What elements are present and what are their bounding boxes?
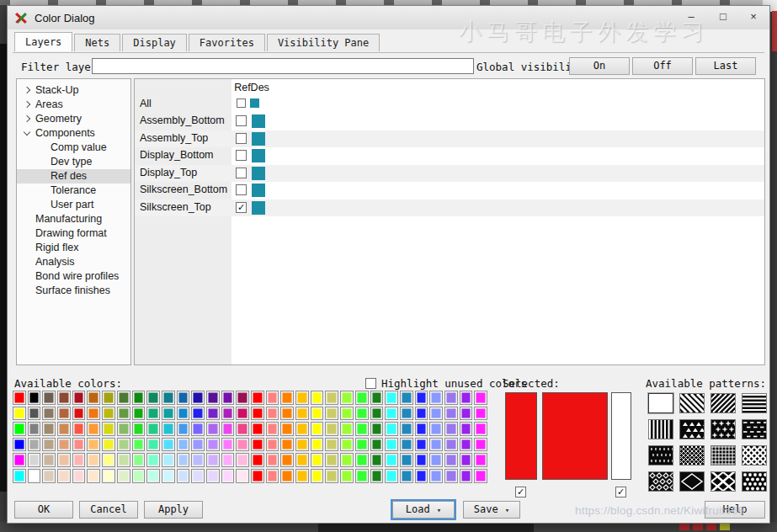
palette-swatch[interactable] — [221, 407, 235, 421]
pattern-tile-diagonal-forward[interactable] — [710, 393, 736, 413]
palette-swatch[interactable] — [385, 469, 398, 483]
tree-item-stack-up[interactable]: Stack-Up — [17, 83, 130, 98]
layer-color-swatch[interactable] — [252, 149, 265, 162]
palette-swatch[interactable] — [191, 407, 205, 421]
palette-swatch[interactable] — [340, 438, 354, 452]
palette-swatch[interactable] — [191, 469, 205, 483]
palette-swatch[interactable] — [266, 391, 279, 405]
palette-swatch[interactable] — [340, 469, 354, 483]
tree-item-dev-type[interactable]: Dev type — [17, 155, 130, 169]
palette-swatch[interactable] — [355, 422, 369, 436]
palette-swatch[interactable] — [385, 407, 398, 421]
palette-swatch[interactable] — [280, 407, 294, 421]
palette-swatch[interactable] — [102, 407, 115, 421]
palette-swatch[interactable] — [429, 391, 443, 405]
palette-swatch[interactable] — [117, 469, 130, 483]
layer-color-swatch[interactable] — [252, 114, 265, 128]
tab-nets[interactable]: Nets — [74, 34, 120, 51]
palette-swatch[interactable] — [236, 391, 249, 405]
palette-swatch[interactable] — [415, 407, 428, 421]
palette-swatch[interactable] — [251, 407, 264, 421]
apply-button[interactable]: Apply — [144, 501, 203, 519]
highlight-unused-colors-checkbox[interactable] — [365, 378, 376, 389]
palette-swatch[interactable] — [146, 469, 160, 483]
palette-swatch[interactable] — [221, 422, 235, 436]
palette-swatch[interactable] — [132, 391, 146, 405]
palette-swatch[interactable] — [177, 453, 190, 467]
pattern-tile-vertical-stripes[interactable] — [648, 419, 673, 439]
palette-swatch[interactable] — [429, 407, 443, 421]
palette-swatch[interactable] — [474, 422, 487, 436]
selected-swatch[interactable] — [505, 392, 537, 480]
maximize-button[interactable]: □ — [709, 6, 737, 28]
palette-swatch[interactable] — [117, 453, 130, 467]
palette-swatch[interactable] — [251, 422, 264, 436]
palette-swatch[interactable] — [191, 453, 205, 467]
load-dropdown-icon[interactable]: ▾ — [437, 503, 441, 519]
pattern-tile-diamond-check[interactable] — [742, 445, 767, 466]
layer-color-swatch[interactable] — [252, 167, 265, 180]
palette-swatch[interactable] — [117, 391, 130, 405]
palette-swatch[interactable] — [385, 422, 398, 436]
palette-swatch[interactable] — [311, 469, 324, 483]
palette-swatch[interactable] — [117, 422, 130, 436]
layer-color-swatch[interactable] — [252, 201, 265, 215]
palette-swatch[interactable] — [370, 438, 384, 452]
palette-swatch[interactable] — [177, 469, 190, 483]
palette-swatch[interactable] — [87, 407, 100, 421]
palette-swatch[interactable] — [340, 422, 354, 436]
pattern-tile-diagonal-back[interactable] — [679, 393, 705, 413]
palette-swatch[interactable] — [13, 422, 26, 436]
palette-swatch[interactable] — [177, 438, 190, 452]
palette-swatch[interactable] — [311, 438, 324, 452]
tree-item-drawing-format[interactable]: Drawing format — [17, 226, 130, 241]
palette-swatch[interactable] — [117, 438, 130, 452]
palette-swatch[interactable] — [444, 407, 458, 421]
palette-swatch[interactable] — [295, 438, 309, 452]
tree-item-rigid-flex[interactable]: Rigid flex — [17, 241, 130, 255]
palette-swatch[interactable] — [28, 422, 41, 436]
palette-swatch[interactable] — [251, 453, 264, 467]
global-visibility-last-button[interactable]: Last — [695, 57, 756, 75]
palette-swatch[interactable] — [311, 422, 324, 436]
layer-color-swatch[interactable] — [252, 184, 265, 197]
palette-swatch[interactable] — [132, 422, 146, 436]
palette-swatch[interactable] — [400, 469, 413, 483]
palette-swatch[interactable] — [102, 422, 115, 436]
palette-swatch[interactable] — [280, 438, 294, 452]
pattern-tile-horizontal-stripes[interactable] — [742, 393, 767, 413]
palette-swatch[interactable] — [57, 469, 71, 483]
palette-swatch[interactable] — [102, 438, 115, 452]
ok-button[interactable]: OK — [14, 501, 73, 519]
palette-swatch[interactable] — [325, 391, 338, 405]
tree-item-bond-wire-profiles[interactable]: Bond wire profiles — [17, 269, 130, 284]
palette-swatch[interactable] — [444, 438, 458, 452]
palette-swatch[interactable] — [251, 469, 264, 483]
tree-item-manufacturing[interactable]: Manufacturing — [17, 212, 130, 226]
selected-swatch[interactable] — [611, 392, 631, 480]
palette-swatch[interactable] — [87, 438, 100, 452]
palette-swatch[interactable] — [87, 469, 100, 483]
palette-swatch[interactable] — [191, 438, 205, 452]
palette-swatch[interactable] — [266, 438, 279, 452]
palette-swatch[interactable] — [295, 453, 309, 467]
palette-swatch[interactable] — [311, 453, 324, 467]
palette-swatch[interactable] — [72, 453, 86, 467]
palette-swatch[interactable] — [460, 391, 473, 405]
palette-swatch[interactable] — [57, 453, 71, 467]
palette-swatch[interactable] — [132, 453, 146, 467]
pattern-tile-grid-mesh[interactable] — [710, 445, 736, 466]
palette-swatch[interactable] — [400, 407, 413, 421]
palette-swatch[interactable] — [295, 407, 309, 421]
palette-swatch[interactable] — [444, 453, 458, 467]
palette-swatch[interactable] — [117, 407, 130, 421]
palette-swatch[interactable] — [13, 453, 26, 467]
tab-favorites[interactable]: Favorites — [189, 34, 265, 51]
pattern-tile-solid[interactable] — [648, 393, 673, 413]
palette-swatch[interactable] — [162, 422, 175, 436]
palette-swatch[interactable] — [325, 438, 338, 452]
global-visibility-on-button[interactable]: On — [569, 57, 630, 75]
palette-swatch[interactable] — [87, 391, 100, 405]
palette-swatch[interactable] — [206, 391, 220, 405]
layer-visibility-checkbox[interactable] — [236, 133, 247, 144]
